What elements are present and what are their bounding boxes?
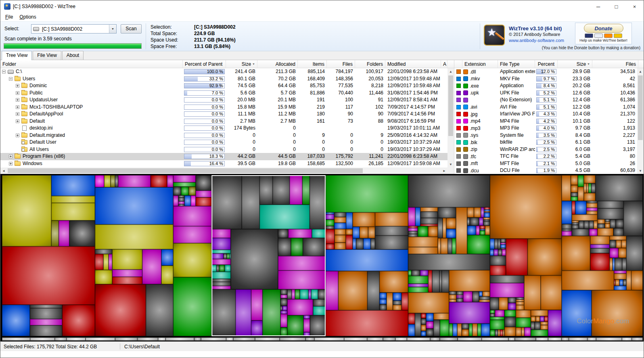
ext-row[interactable]: .upkUPK File5.2 %12.6 GB10,436 bbox=[454, 90, 637, 97]
menu-options[interactable]: Options bbox=[16, 13, 39, 21]
scroll-down-icon[interactable]: ▼ bbox=[447, 161, 454, 167]
expand-icon[interactable] bbox=[16, 134, 19, 137]
col-header-files[interactable]: Files bbox=[592, 60, 638, 68]
tree-row[interactable]: Default0.0 %2.7 MB2.7 MB16173889/08/2017… bbox=[0, 118, 447, 125]
col-header-size[interactable]: Size▼ bbox=[558, 60, 592, 68]
donate-button[interactable]: Donate bbox=[584, 24, 623, 33]
col-header-a[interactable]: A bbox=[441, 60, 447, 68]
col-header-label: Percent of Parent bbox=[185, 61, 222, 67]
col-header-percent[interactable]: Percent bbox=[535, 60, 558, 68]
ext-row[interactable]: .zipWinRAR ZIP archiv2.5 %6.0 GB3,197 bbox=[454, 146, 637, 153]
expand-icon[interactable] bbox=[16, 105, 19, 109]
tree-vertical-scrollbar[interactable]: ▲ ▼ bbox=[447, 68, 454, 167]
ext-row[interactable]: .mp3MP3 File4.0 %9.7 GB1,913 bbox=[454, 125, 637, 132]
tree-row[interactable]: Program Files (x86)18.3 %44.2 GB44.5 GB1… bbox=[0, 153, 447, 160]
tree-row[interactable]: Public7.0 %5.6 GB5.7 GB81,88670,44011,44… bbox=[0, 90, 447, 97]
ext-row[interactable]: (No Extension)5.1 %12.4 GB61,386 bbox=[454, 96, 637, 104]
expand-icon[interactable] bbox=[16, 112, 19, 116]
expand-icon[interactable] bbox=[16, 91, 19, 95]
expand-icon[interactable] bbox=[16, 98, 19, 102]
scroll-right-icon[interactable]: ► bbox=[441, 167, 447, 174]
scrollbar-thumb[interactable] bbox=[448, 75, 453, 136]
tree-row[interactable]: C:\100.0 %241.4 GB211.3 GB885,114784,197… bbox=[0, 68, 447, 75]
folder-name: DefaultAppPool bbox=[29, 111, 63, 117]
treemap-color-chip bbox=[456, 98, 461, 102]
ext-row[interactable]: .mftMFT File2.1 %5.0 GB26 bbox=[454, 160, 637, 167]
colormango-watermark[interactable]: ColorMango.com bbox=[577, 317, 629, 325]
tab-file-view[interactable]: File View bbox=[33, 51, 61, 60]
tree-row[interactable]: Default.migrated0.0 %0090925/09/2016 4:1… bbox=[0, 132, 447, 139]
tree-row[interactable]: Default User0.0 %0000019/03/2017 10:37:2… bbox=[0, 139, 447, 146]
ext-row[interactable]: .bikbikfile2.5 %6.1 GB131 bbox=[454, 139, 637, 146]
tree-row[interactable]: Mcx1-TOSHIBALAPTOP0.0 %15.8 MB15.9 MB219… bbox=[0, 104, 447, 111]
col-header-modified[interactable]: Modified bbox=[385, 60, 441, 68]
tree-cell-folders: 8,218 bbox=[355, 82, 385, 89]
scroll-down-icon[interactable]: ▼ bbox=[637, 167, 644, 174]
percent-cell: 16.4 % bbox=[183, 160, 226, 167]
collapse-icon[interactable] bbox=[9, 77, 13, 81]
ext-cell-size: 12.6 GB bbox=[558, 90, 592, 96]
close-button[interactable]: × bbox=[625, 0, 644, 13]
tab-about[interactable]: About bbox=[62, 51, 84, 60]
col-header-files[interactable]: Files bbox=[327, 60, 355, 68]
col-header-file-type[interactable]: File Type bbox=[498, 60, 535, 68]
menu-file[interactable]: File bbox=[2, 13, 16, 21]
tree-cell-items: 885,114 bbox=[298, 68, 327, 75]
scroll-left-icon[interactable]: ◄ bbox=[0, 167, 7, 174]
tree-cell-items: 219 bbox=[298, 104, 327, 111]
col-header-percent-of-parent[interactable]: Percent of Parent bbox=[183, 60, 226, 68]
tree-row[interactable]: All Users0.0 %0000019/03/2017 10:37:29 A… bbox=[0, 146, 447, 153]
col-header-items[interactable]: Items bbox=[298, 60, 327, 68]
scrollbar-thumb[interactable] bbox=[638, 75, 643, 140]
minimize-icon: ─ bbox=[596, 4, 600, 10]
tree-row[interactable]: DefaultAppPool0.0 %11.1 MB11.2 MB1809090… bbox=[0, 111, 447, 118]
minimize-button[interactable]: ─ bbox=[589, 0, 607, 13]
col-header-extension[interactable]: Extension bbox=[462, 60, 498, 68]
scrollbar-thumb[interactable] bbox=[8, 168, 363, 173]
chevron-down-icon[interactable]: ▼ bbox=[109, 25, 116, 33]
tree-row[interactable]: Users33.2 %80.1 GB70.2 GB168,409148,3562… bbox=[0, 75, 447, 83]
extension-vertical-scrollbar[interactable]: ▲ ▼ bbox=[637, 68, 644, 174]
scroll-up-icon[interactable]: ▲ bbox=[447, 68, 454, 75]
tab-tree-view[interactable]: Tree View bbox=[2, 51, 32, 60]
ext-row[interactable]: .mp4MP4 File4.2 %10.1 GB122 bbox=[454, 118, 637, 125]
drive-select[interactable]: [C:] S3A9988D002 ▼ bbox=[31, 24, 117, 33]
tree-row[interactable]: Dominic92.9 %74.5 GB64.4 GB85,75377,5358… bbox=[0, 82, 447, 90]
file-type-icon bbox=[463, 147, 468, 152]
col-header-blank[interactable] bbox=[454, 60, 462, 68]
ext-row[interactable]: .tfcTFC File2.2 %5.4 GB80 bbox=[454, 153, 637, 160]
maximize-button[interactable]: □ bbox=[607, 0, 625, 13]
ext-cell-color bbox=[454, 104, 462, 111]
collapse-icon[interactable] bbox=[2, 70, 6, 73]
ext-cell-files: 61,386 bbox=[592, 96, 637, 103]
col-header-folder[interactable]: Folder bbox=[0, 60, 183, 68]
ext-cell-filetype: IrfanView JPG File bbox=[498, 111, 535, 117]
tree-horizontal-scrollbar[interactable]: ◄ ► bbox=[0, 167, 447, 174]
col-header-size[interactable]: Size▼ bbox=[226, 60, 257, 68]
tree-row[interactable]: UpdatusUser0.0 %20.0 MB20.1 MB1911009112… bbox=[0, 96, 447, 104]
ext-row[interactable]: .mkvMKV File9.7 %23.3 GB42 bbox=[454, 75, 637, 83]
expand-icon[interactable] bbox=[9, 155, 13, 158]
tree-cell-folder: Mcx1-TOSHIBALAPTOP bbox=[0, 104, 183, 111]
ext-row[interactable]: .dcuDCU File1.9 %4.5 GB60,639 bbox=[454, 167, 637, 174]
treemap-canvas[interactable] bbox=[0, 174, 644, 341]
ext-row[interactable]: .exeApplication8.4 %20.2 GB8,561 bbox=[454, 82, 637, 90]
tree-row[interactable]: Windows16.4 %39.5 GB19.8 GB158,685132,50… bbox=[0, 160, 447, 167]
col-header-label: Allocated bbox=[276, 61, 295, 67]
expand-icon[interactable] bbox=[9, 162, 13, 165]
ext-row[interactable]: .aviAVI File5.1 %12.2 GB1,074 bbox=[454, 104, 637, 111]
website-link[interactable]: www.antibody-software.com bbox=[509, 38, 564, 44]
expand-icon[interactable] bbox=[16, 84, 19, 88]
scan-button[interactable]: Scan bbox=[121, 24, 142, 33]
col-header-allocated[interactable]: Allocated bbox=[257, 60, 298, 68]
ext-row[interactable]: .dllApplication extens12.0 %28.9 GB34,51… bbox=[454, 68, 637, 75]
tree-row[interactable]: desktop.ini0.0 %174 Bytes019/03/2017 10:… bbox=[0, 125, 447, 132]
ext-row[interactable]: .jpgIrfanView JPG File4.3 %10.4 GB21,370 bbox=[454, 111, 637, 118]
ext-row[interactable]: .sysSystem file3.5 %8.4 GB2,227 bbox=[454, 132, 637, 139]
ext-cell-size: 6.0 GB bbox=[558, 146, 592, 153]
expand-icon[interactable] bbox=[16, 119, 19, 123]
tree-cell-items: 191 bbox=[298, 96, 327, 103]
col-header-folders[interactable]: Folders bbox=[355, 60, 385, 68]
summary-value-selection: [C:] S3A9988D002 bbox=[194, 24, 327, 30]
scroll-up-icon[interactable]: ▲ bbox=[637, 68, 644, 75]
